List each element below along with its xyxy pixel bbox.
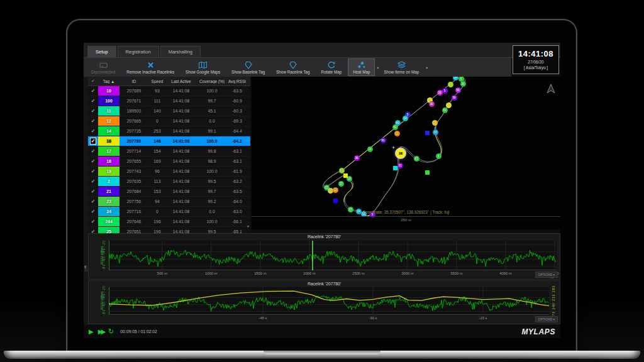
row-checkbox[interactable]: ✓	[91, 98, 96, 104]
table-row[interactable]: ✓24420764619614:41:08100.0-66.1	[88, 217, 250, 227]
racelink-marker[interactable]: 30	[429, 101, 435, 107]
racelink-marker[interactable]: 10	[437, 90, 443, 96]
disconnected-button[interactable]: Disconnected	[86, 58, 120, 76]
racelink-marker[interactable]: 17	[338, 181, 344, 187]
racelink-marker[interactable]: 6	[436, 153, 441, 159]
racelink-marker[interactable]: 5	[442, 88, 448, 94]
row-checkbox[interactable]: ✓	[90, 138, 97, 145]
tab-setup[interactable]: Setup	[87, 46, 116, 57]
rotate-icon	[327, 61, 336, 69]
row-checkbox[interactable]: ✓	[91, 219, 96, 224]
baselink-marker[interactable]	[333, 199, 338, 203]
cell-id: 207735	[119, 126, 148, 136]
dock-icons[interactable]: ◧◫	[84, 265, 88, 272]
track-map-panel[interactable]: + 34630506151050196115152305346061126114…	[252, 77, 560, 229]
show-racelink-tag-button[interactable]: Show Racelink Tag	[271, 58, 314, 76]
column-header-last_active[interactable]: Last Active	[166, 79, 196, 84]
table-row[interactable]: ✓192077439614:41:08100.0-61.9	[88, 167, 250, 177]
loop-button-icon[interactable]: ↻	[108, 328, 114, 335]
chart-options-button[interactable]: OPTIONS ▾	[535, 272, 558, 278]
tag-color-cell: 17	[98, 146, 119, 156]
column-header-tag[interactable]: Tag ▲	[98, 79, 119, 84]
racelink-marker[interactable]: 50	[452, 95, 457, 101]
table-scroll-arrow-icon[interactable]: ▼	[247, 224, 250, 228]
racelink-marker[interactable]: 19	[446, 102, 452, 108]
tab-marshalling[interactable]: Marshalling	[160, 46, 201, 57]
x-axis-tick: 500 m	[157, 272, 167, 275]
racelink-marker[interactable]: 34	[402, 116, 408, 121]
row-checkbox[interactable]: ✓	[91, 168, 96, 174]
table-row[interactable]: ✓1420773525314:41:0899.1-64.4	[88, 126, 250, 136]
rssi-speed-time-chart[interactable]: Racelink '207780'RSSI (dBm)-80 -60 -40 -…	[88, 280, 560, 324]
racelink-marker[interactable]: 61	[448, 82, 453, 87]
baselink-marker[interactable]	[425, 170, 430, 175]
row-checkbox[interactable]: ✓	[91, 189, 96, 194]
heat-map-button[interactable]: Heat Map	[348, 58, 375, 76]
table-row[interactable]: ✓1820765516914:41:0898.9-63.1	[88, 156, 250, 167]
row-checkbox[interactable]: ✓	[91, 229, 96, 233]
table-row[interactable]: ✓24207716014:41:080.0-63.0	[88, 207, 250, 217]
show-google-maps-button[interactable]: Show Google Maps	[180, 58, 225, 76]
selected-racelink-marker[interactable]: 16	[396, 149, 405, 158]
x-axis-tick: 2000 m	[303, 272, 315, 275]
racelink-marker[interactable]: 34	[453, 77, 458, 80]
chart-title: Racelink '207780'	[89, 282, 560, 286]
rssi-distance-chart[interactable]: Racelink '207780'RSSI (dBm)-80 -60 -40 -…	[88, 233, 560, 280]
racelink-marker[interactable]: 15	[433, 129, 438, 135]
row-checkbox[interactable]: ✓	[91, 88, 96, 94]
racelink-marker[interactable]: 30	[354, 155, 360, 161]
table-row[interactable]: ✓1620778014614:41:08100.0-64.2	[88, 136, 250, 146]
cell-last_active: 14:41:08	[166, 167, 196, 176]
row-checkbox[interactable]: ✓	[91, 108, 96, 114]
dropdown-caret-icon[interactable]: ▾	[426, 65, 428, 70]
table-row[interactable]: ✓1118950014014:41:0845.1-60.3	[88, 106, 250, 116]
racelink-marker[interactable]: 12	[333, 187, 338, 193]
remove-inactive-racelinks-button[interactable]: Remove Inactive Racelinks	[121, 58, 179, 76]
column-header-avg_rssi[interactable]: Avg RSSI	[228, 79, 247, 84]
table-row[interactable]: ✓102076899314:41:08100.0-63.5	[88, 86, 250, 96]
table-row[interactable]: ✓220763511314:41:0899.5-63.2	[88, 177, 250, 187]
row-checkbox[interactable]: ✓	[91, 199, 96, 204]
racelink-marker[interactable]: 61	[414, 156, 419, 162]
rotate-map-button[interactable]: Rotate Map	[316, 58, 347, 76]
racelink-marker[interactable]: 61	[442, 107, 448, 113]
chart-options-button[interactable]: OPTIONS ▾	[535, 316, 558, 322]
cell-coverage: 99.5	[196, 177, 228, 186]
table-row[interactable]: ✓2520765119614:41:0899.5-65.1	[88, 227, 250, 233]
row-checkbox[interactable]: ✓	[91, 128, 96, 134]
row-checkbox[interactable]: ✓	[91, 178, 96, 184]
row-checkbox[interactable]: ✓	[91, 148, 96, 154]
racelink-marker[interactable]: 15	[432, 120, 438, 126]
column-header-coverage[interactable]: Coverage (%)	[196, 79, 228, 84]
baselink-marker[interactable]	[343, 173, 348, 178]
toolbar-button-label: Disconnected	[91, 70, 115, 74]
play-button-icon[interactable]: ▶	[89, 329, 94, 335]
column-header-id[interactable]: ID	[119, 79, 148, 84]
racelink-marker[interactable]: 14	[367, 146, 373, 152]
baselink-marker[interactable]	[393, 166, 397, 170]
baselink-marker[interactable]	[425, 131, 430, 135]
racelink-marker[interactable]: 61	[380, 138, 386, 143]
row-checkbox[interactable]: ✓	[91, 209, 96, 214]
x-icon	[147, 61, 155, 69]
table-row[interactable]: ✓10020767111114:41:0899.7-60.9	[88, 96, 250, 106]
row-checkbox[interactable]: ✓	[91, 158, 96, 164]
column-header-check[interactable]: ✓	[88, 79, 98, 84]
table-row[interactable]: ✓2120768415314:41:0899.7-63.5	[88, 187, 250, 197]
racelink-marker[interactable]: 30	[460, 81, 466, 87]
fast-forward-button-icon[interactable]: ▶▶	[98, 329, 104, 335]
show-baselink-tag-button[interactable]: Show Baselink Tag	[226, 58, 270, 76]
cell-speed: 93	[148, 86, 166, 96]
tab-registration[interactable]: Registration	[118, 46, 159, 57]
column-header-speed[interactable]: Speed	[148, 79, 166, 84]
row-checkbox[interactable]: ✓	[91, 118, 96, 124]
racelink-marker[interactable]: 50	[455, 87, 461, 93]
racelink-marker[interactable]: 21	[397, 163, 403, 168]
racelink-marker[interactable]: 61	[339, 168, 345, 173]
racelink-marker[interactable]: 12	[394, 131, 400, 136]
racelink-marker[interactable]: 61	[392, 124, 398, 130]
show-items-on-map-button[interactable]: Show Items on Map	[379, 58, 425, 76]
table-row[interactable]: ✓1720771415414:41:0899.8-63.1	[88, 146, 250, 156]
table-row[interactable]: ✓12207665014:41:080.0-69.3	[88, 116, 250, 126]
table-row[interactable]: ✓232077569414:41:0899.2-64.0	[88, 197, 250, 207]
